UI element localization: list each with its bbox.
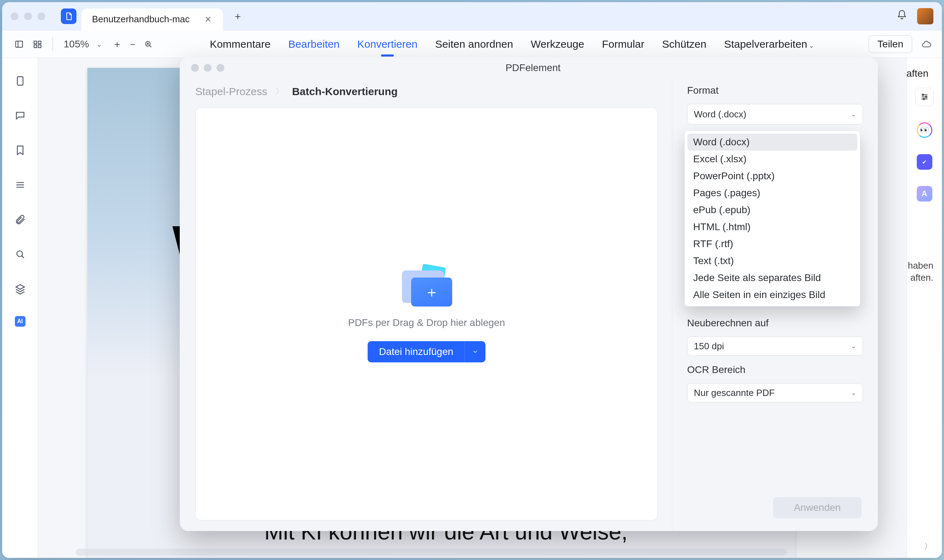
- dpi-select[interactable]: 150 dpi ⌄: [687, 337, 863, 355]
- menu-batch[interactable]: Stapelverarbeiten⌄: [724, 38, 814, 50]
- check-icon[interactable]: ✔︎: [917, 154, 932, 170]
- panel-toggle-left-icon[interactable]: [11, 37, 28, 51]
- tab-close-button[interactable]: ✕: [202, 13, 214, 26]
- format-option[interactable]: Text (.txt): [688, 252, 857, 269]
- format-option[interactable]: Excel (.xlsx): [688, 151, 857, 168]
- menu-edit[interactable]: Bearbeiten: [288, 38, 340, 50]
- format-option[interactable]: Alle Seiten in ein einziges Bild: [688, 286, 857, 303]
- format-dropdown-list: Word (.docx) Excel (.xlsx) PowerPoint (.…: [684, 131, 861, 306]
- layers-panel-icon[interactable]: [13, 177, 28, 192]
- chevron-down-icon: ⌄: [851, 342, 856, 350]
- share-area: Teilen: [868, 35, 933, 53]
- chevron-down-icon[interactable]: ⌄: [94, 40, 104, 48]
- svg-rect-0: [15, 41, 23, 47]
- left-rail: AI: [2, 58, 38, 558]
- main-menu: Kommentare Bearbeiten Konvertieren Seite…: [157, 38, 867, 50]
- file-dropzone[interactable]: ＋ PDFs per Drag & Drop hier ablegen Date…: [195, 108, 658, 520]
- add-file-split-button: Datei hinzufügen: [368, 341, 486, 362]
- format-option[interactable]: PowerPoint (.pptx): [688, 168, 857, 185]
- app-logo-icon: [61, 8, 76, 24]
- ai-assistant-icon[interactable]: 👀: [917, 122, 932, 138]
- zoom-in-button[interactable]: ＋: [110, 37, 124, 51]
- cloud-icon[interactable]: [919, 37, 933, 51]
- user-avatar[interactable]: [917, 8, 933, 25]
- format-option[interactable]: Jede Seite als separates Bild: [688, 269, 857, 286]
- window-minimize-button[interactable]: [24, 12, 32, 20]
- comments-panel-icon[interactable]: [13, 108, 28, 123]
- breadcrumb: Stapel-Prozess 〉 Batch-Konvertierung: [195, 86, 658, 98]
- expand-panel-icon[interactable]: 〉: [924, 541, 932, 552]
- fit-page-icon[interactable]: [141, 37, 155, 51]
- titlebar: Benutzerhandbuch-mac ✕ ＋: [2, 2, 942, 31]
- add-file-button[interactable]: Datei hinzufügen: [368, 341, 464, 362]
- main-toolbar: 105% ⌄ ＋ － Kommentare Bearbeiten Konvert…: [2, 31, 942, 58]
- format-option[interactable]: ePub (.epub): [688, 202, 857, 218]
- svg-point-7: [17, 251, 22, 257]
- recalc-label: Neuberechnen auf: [687, 317, 863, 329]
- chevron-down-icon: ⌄: [809, 42, 814, 49]
- format-select-value: Word (.docx): [694, 109, 746, 120]
- apply-button[interactable]: Anwenden: [773, 497, 862, 518]
- breadcrumb-current: Batch-Konvertierung: [292, 86, 397, 98]
- svg-rect-1: [34, 41, 37, 44]
- attachments-panel-icon[interactable]: [13, 212, 28, 227]
- dialog-title: PDFelement: [229, 62, 837, 74]
- window-traffic-lights: [11, 12, 45, 20]
- format-select[interactable]: Word (.docx) ⌄: [687, 104, 863, 125]
- svg-rect-4: [38, 45, 41, 48]
- menu-protect[interactable]: Schützen: [662, 38, 706, 50]
- horizontal-scrollbar[interactable]: [76, 549, 787, 556]
- menu-convert-label: Konvertieren: [357, 38, 418, 50]
- zoom-value: 105%: [64, 38, 89, 50]
- notifications-icon[interactable]: [896, 9, 907, 23]
- search-panel-icon[interactable]: [13, 247, 28, 262]
- document-tab[interactable]: Benutzerhandbuch-mac ✕: [82, 8, 223, 31]
- ocr-range-value: Nur gescannte PDF: [694, 388, 774, 398]
- chevron-down-icon: ⌄: [851, 389, 856, 397]
- svg-rect-2: [38, 41, 41, 44]
- new-tab-button[interactable]: ＋: [231, 9, 245, 23]
- chevron-down-icon: ⌄: [851, 110, 856, 118]
- window-close-button[interactable]: [11, 12, 19, 20]
- dialog-close-button[interactable]: [191, 64, 199, 72]
- format-option[interactable]: Word (.docx): [688, 134, 857, 151]
- format-option[interactable]: HTML (.html): [688, 218, 857, 235]
- dialog-left: Stapel-Prozess 〉 Batch-Konvertierung ＋ P…: [180, 78, 672, 531]
- dropzone-label: PDFs per Drag & Drop hier ablegen: [348, 317, 505, 328]
- properties-settings-icon[interactable]: [915, 88, 934, 106]
- folder-add-icon: ＋: [402, 266, 452, 305]
- svg-rect-3: [34, 45, 37, 48]
- menu-pages[interactable]: Seiten anordnen: [435, 38, 513, 50]
- format-label: Format: [687, 85, 863, 96]
- dialog-maximize-button[interactable]: [216, 64, 224, 72]
- share-button[interactable]: Teilen: [868, 35, 912, 53]
- font-icon[interactable]: A: [917, 186, 932, 202]
- ocr-range-label: OCR Bereich: [687, 364, 863, 375]
- svg-rect-6: [17, 77, 23, 85]
- properties-hint-line2: aften.: [910, 272, 933, 283]
- menu-form[interactable]: Formular: [602, 38, 644, 50]
- zoom-out-button[interactable]: －: [126, 37, 140, 51]
- menu-comments[interactable]: Kommentare: [210, 38, 271, 50]
- bookmarks-panel-icon[interactable]: [13, 143, 28, 158]
- format-option[interactable]: RTF (.rtf): [688, 235, 857, 252]
- add-file-dropdown-button[interactable]: [464, 341, 486, 362]
- dialog-titlebar: PDFelement: [180, 57, 878, 78]
- stack-panel-icon[interactable]: [13, 282, 28, 296]
- menu-tools[interactable]: Werkzeuge: [531, 38, 584, 50]
- breadcrumb-root[interactable]: Stapel-Prozess: [195, 86, 267, 98]
- thumbnails-icon[interactable]: [29, 37, 46, 51]
- properties-hint-line1: haben: [908, 260, 933, 271]
- dpi-select-value: 150 dpi: [694, 341, 724, 352]
- toolbar-separator: [52, 37, 53, 51]
- ocr-range-select[interactable]: Nur gescannte PDF ⌄: [687, 383, 863, 402]
- format-option[interactable]: Pages (.pages): [688, 185, 857, 202]
- thumbnails-panel-icon[interactable]: [13, 74, 28, 88]
- menu-batch-label: Stapelverarbeiten: [724, 38, 807, 50]
- ai-panel-icon[interactable]: AI: [15, 316, 25, 327]
- menu-convert[interactable]: Konvertieren: [357, 38, 418, 50]
- zoom-control[interactable]: 105% ⌄: [59, 38, 109, 50]
- dialog-minimize-button[interactable]: [204, 64, 211, 72]
- window-maximize-button[interactable]: [37, 12, 45, 20]
- document-tab-title: Benutzerhandbuch-mac: [92, 14, 190, 25]
